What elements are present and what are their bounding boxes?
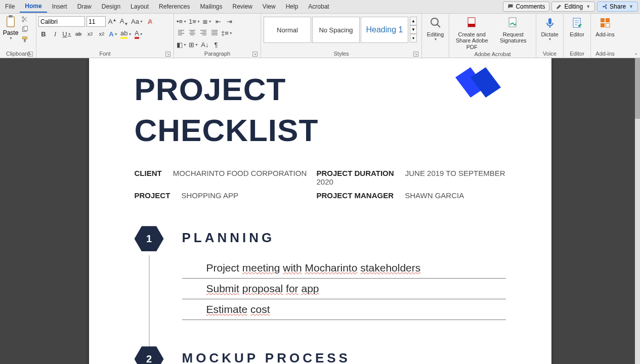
create-pdf-button[interactable]: Create and Share Adobe PDF — [451, 15, 493, 51]
shrink-font-button[interactable]: A▼ — [119, 17, 129, 27]
pencil-icon — [556, 4, 562, 10]
style-normal[interactable]: Normal — [264, 17, 311, 43]
style-no-spacing[interactable]: No Spacing — [312, 17, 360, 43]
svg-point-1 — [606, 8, 607, 9]
text-effects-button[interactable]: A▼ — [108, 29, 118, 39]
svg-rect-13 — [509, 18, 516, 27]
checklist-item: Estimate cost — [182, 299, 506, 320]
multilevel-list-button[interactable]: ≣▼ — [202, 16, 212, 26]
bullets-button[interactable]: •≡▼ — [176, 16, 187, 26]
shrink-font-icon: A▼ — [120, 17, 129, 26]
change-case-button[interactable]: Aa▼ — [131, 17, 144, 27]
editing-mode-button[interactable]: Editing ▼ — [551, 2, 595, 12]
svg-point-11 — [431, 18, 438, 25]
svg-rect-9 — [23, 37, 27, 39]
menu-references[interactable]: References — [154, 1, 195, 12]
meta-manager-key: PROJECT MANAGER — [317, 191, 394, 200]
align-center-button[interactable] — [187, 28, 197, 38]
checklist-section: 2 MOCKUP PROCESS Create a visual mockup — [135, 350, 506, 364]
line-spacing-button[interactable]: ‡≡▼ — [221, 28, 233, 38]
decrease-indent-button[interactable]: ⇤ — [214, 16, 224, 26]
editing-label: Editing — [424, 31, 447, 38]
justify-button[interactable] — [209, 28, 220, 38]
share-button[interactable]: Share ▼ — [597, 2, 638, 12]
menu-file[interactable]: File — [0, 1, 20, 12]
highlight-button[interactable]: ab▼ — [120, 29, 132, 39]
chevron-down-icon: ▼ — [140, 20, 143, 23]
comments-button[interactable]: Comments — [503, 2, 549, 12]
shading-button[interactable]: ◧▼ — [176, 39, 187, 50]
multilevel-icon: ≣ — [202, 18, 208, 25]
font-color-button[interactable]: A▼ — [134, 29, 144, 39]
sort-button[interactable]: A↓ — [200, 39, 210, 50]
chevron-down-icon: ▼ — [183, 20, 187, 23]
format-painter-button[interactable] — [20, 35, 29, 44]
strikethrough-button[interactable]: ab — [73, 29, 83, 39]
increase-indent-button[interactable]: ⇥ — [225, 16, 235, 26]
document-canvas[interactable]: PROJECT CHECKLIST CLIENT MOCHARINTO FOOD… — [0, 58, 640, 364]
clear-formatting-button[interactable]: A̷ — [145, 17, 155, 27]
comments-label: Comments — [516, 3, 545, 10]
borders-button[interactable]: ⊞▼ — [188, 39, 199, 50]
microphone-icon — [544, 17, 556, 29]
styles-down-button[interactable]: ▼ — [410, 25, 417, 34]
dictate-button[interactable]: Dictate ▼ — [538, 15, 561, 41]
copy-button[interactable] — [20, 25, 29, 34]
menu-insert[interactable]: Insert — [47, 1, 72, 12]
menu-help[interactable]: Help — [281, 1, 304, 12]
show-marks-button[interactable]: ¶ — [211, 39, 221, 50]
italic-button[interactable]: I — [50, 29, 60, 39]
editor-button[interactable]: Editor — [566, 15, 588, 37]
company-logo — [450, 67, 506, 108]
bold-button[interactable]: B — [38, 29, 49, 39]
align-left-button[interactable] — [176, 28, 186, 38]
menu-mailings[interactable]: Mailings — [195, 1, 227, 12]
dialog-launcher[interactable]: ↘ — [413, 52, 418, 57]
outdent-icon: ⇤ — [216, 18, 221, 25]
menu-acrobat[interactable]: Acrobat — [303, 1, 334, 12]
cut-button[interactable] — [20, 15, 29, 24]
meta-client-value: MOCHARINTO FOOD CORPORATION — [173, 169, 307, 177]
grow-font-button[interactable]: A▲ — [107, 17, 117, 27]
chevron-down-icon: ▼ — [197, 20, 200, 23]
underline-button[interactable]: U▼ — [62, 29, 72, 39]
font-name-input[interactable] — [38, 16, 85, 27]
svg-point-2 — [603, 6, 604, 8]
styles-more-button[interactable]: ▾ — [410, 34, 417, 42]
ribbon-group-addins: Add-ins Add-ins — [591, 14, 619, 58]
menu-draw[interactable]: Draw — [72, 1, 97, 12]
style-heading-1[interactable]: Heading 1 — [361, 17, 408, 43]
dialog-launcher[interactable]: ↘ — [165, 52, 170, 57]
group-label: Clipboard ↘ — [2, 50, 34, 58]
checklist-item: Submit proposal for app — [182, 279, 506, 299]
section-title: PLANNING — [182, 230, 506, 246]
request-signatures-button[interactable]: Request Signatures — [493, 15, 534, 44]
font-size-input[interactable] — [87, 16, 106, 27]
menu-layout[interactable]: Layout — [125, 1, 154, 12]
menu-design[interactable]: Design — [97, 1, 125, 12]
menu-view[interactable]: View — [258, 1, 281, 12]
vertical-scrollbar[interactable] — [635, 58, 640, 364]
chevron-down-icon: ▼ — [424, 37, 447, 41]
collapse-ribbon-button[interactable]: ⌄ — [634, 50, 638, 56]
grow-font-icon: A▲ — [108, 18, 117, 25]
ribbon-group-acrobat: Create and Share Adobe PDF Request Signa… — [449, 14, 536, 58]
dialog-launcher[interactable]: ↘ — [28, 52, 33, 57]
page[interactable]: PROJECT CHECKLIST CLIENT MOCHARINTO FOOD… — [89, 58, 551, 364]
align-right-button[interactable] — [198, 28, 208, 38]
numbering-button[interactable]: 1≡▼ — [188, 16, 201, 26]
svg-point-0 — [606, 5, 607, 6]
menu-review[interactable]: Review — [228, 1, 258, 12]
superscript-button[interactable]: x2 — [97, 29, 107, 39]
dialog-launcher[interactable]: ↘ — [252, 52, 258, 57]
editing-button[interactable]: Editing ▼ — [424, 15, 447, 41]
styles-up-button[interactable]: ▲ — [410, 17, 417, 25]
paste-button[interactable]: Paste ▼ — [2, 15, 19, 40]
subscript-button[interactable]: x2 — [85, 29, 95, 39]
addins-button[interactable]: Add-ins — [593, 15, 617, 37]
scrollbar-thumb[interactable] — [635, 58, 640, 119]
align-right-icon — [200, 29, 207, 36]
menu-home[interactable]: Home — [20, 1, 47, 13]
paste-label: Paste — [2, 29, 19, 36]
group-label: Font ↘ — [38, 50, 172, 58]
